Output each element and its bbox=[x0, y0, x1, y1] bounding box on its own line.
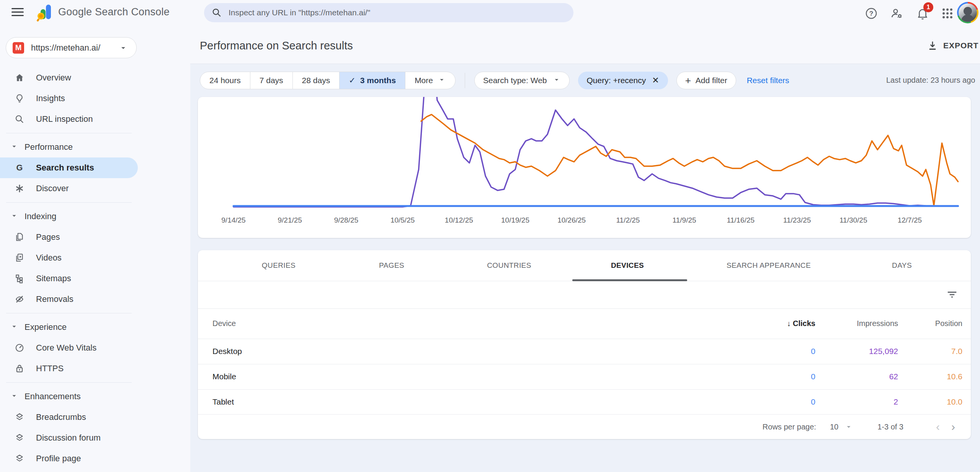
chevron-down-icon bbox=[10, 211, 18, 221]
filter-chip-label: Add filter bbox=[696, 76, 727, 85]
sidebar-item-label: Discussion forum bbox=[36, 433, 101, 443]
apps-grid-icon[interactable] bbox=[941, 7, 954, 20]
table-row[interactable]: Mobile06210.6 bbox=[198, 364, 971, 390]
sidebar-item-sitemaps[interactable]: Sitemaps bbox=[0, 268, 138, 289]
export-button[interactable]: EXPORT bbox=[927, 40, 978, 51]
sidebar-section-indexing[interactable]: Indexing bbox=[0, 206, 138, 227]
sidebar-item-label: Videos bbox=[36, 253, 62, 263]
layers-icon bbox=[15, 412, 24, 422]
sidebar-item-label: URL inspection bbox=[36, 114, 93, 124]
sidebar-divider bbox=[6, 133, 132, 133]
svg-text:?: ? bbox=[869, 10, 873, 17]
pages-icon bbox=[15, 232, 24, 242]
filter-chip-search-type[interactable]: Search type: Web bbox=[474, 72, 570, 89]
next-page-button[interactable]: › bbox=[946, 420, 961, 433]
date-range-label: 7 days bbox=[260, 76, 283, 85]
avatar[interactable] bbox=[957, 2, 978, 23]
chevron-down-icon bbox=[119, 43, 128, 52]
sidebar-item-breadcrumbs[interactable]: Breadcrumbs bbox=[0, 407, 138, 428]
x-axis-tick-label: 10/5/25 bbox=[390, 216, 415, 224]
check-icon: ✓ bbox=[349, 76, 356, 85]
clicks-cell[interactable]: 0 bbox=[731, 397, 815, 406]
layers-icon bbox=[15, 433, 24, 443]
sidebar-item-label: Overview bbox=[36, 73, 71, 83]
position-cell[interactable]: 7.0 bbox=[878, 347, 962, 356]
manage-users-icon[interactable] bbox=[890, 7, 903, 20]
filter-chip-query[interactable]: Query: +recency✕ bbox=[578, 72, 668, 89]
sidebar-item-discover[interactable]: Discover bbox=[0, 178, 138, 199]
date-range-7-days[interactable]: 7 days bbox=[250, 72, 293, 89]
home-icon bbox=[15, 73, 24, 83]
search-icon bbox=[212, 8, 222, 18]
date-range-28-days[interactable]: 28 days bbox=[293, 72, 340, 89]
sidebar-item-label: Core Web Vitals bbox=[36, 343, 96, 353]
date-range-3-months[interactable]: ✓3 months bbox=[340, 72, 405, 89]
chevron-down-icon bbox=[10, 392, 18, 402]
chevron-down-icon bbox=[10, 142, 18, 152]
menu-icon[interactable] bbox=[11, 8, 24, 17]
url-inspect-search-input[interactable]: Inspect any URL in "https://metehan.ai/" bbox=[204, 3, 573, 22]
sidebar-item-profile-page[interactable]: Profile page bbox=[0, 448, 138, 469]
tab-devices[interactable]: DEVICES bbox=[611, 250, 644, 281]
filter-list-icon[interactable] bbox=[946, 289, 958, 302]
sidebar-section-performance[interactable]: Performance bbox=[0, 137, 138, 157]
tab-queries[interactable]: QUERIES bbox=[262, 250, 296, 281]
search-console-logo-icon bbox=[37, 4, 54, 23]
close-icon[interactable]: ✕ bbox=[652, 75, 659, 85]
previous-page-button[interactable]: ‹ bbox=[930, 420, 946, 433]
sidebar-item-pages[interactable]: Pages bbox=[0, 227, 138, 247]
sidebar-item-label: Profile page bbox=[36, 454, 81, 464]
clicks-cell[interactable]: 0 bbox=[731, 347, 815, 356]
column-header-position[interactable]: Position bbox=[878, 319, 962, 328]
x-axis-tick-label: 10/12/25 bbox=[445, 216, 473, 224]
filter-divider bbox=[465, 73, 465, 88]
x-axis-tick-label: 11/23/25 bbox=[783, 216, 811, 224]
table-row[interactable]: Tablet0210.0 bbox=[198, 389, 971, 415]
export-label: EXPORT bbox=[943, 41, 978, 50]
position-cell[interactable]: 10.6 bbox=[878, 372, 962, 381]
sidebar-section-enhancements[interactable]: Enhancements bbox=[0, 386, 138, 407]
sidebar-item-core-web-vitals[interactable]: Core Web Vitals bbox=[0, 338, 138, 358]
pagination-bar: Rows per page: 10 1-3 of 3 ‹ › bbox=[198, 414, 971, 439]
sidebar-item-overview[interactable]: Overview bbox=[0, 67, 138, 88]
filter-chip-label: Query: +recency bbox=[587, 76, 646, 85]
page-title: Performance on Search results bbox=[200, 39, 353, 52]
sidebar-item-https[interactable]: HTTPS bbox=[0, 358, 138, 379]
clicks-cell[interactable]: 0 bbox=[731, 372, 815, 381]
sidebar-section-label: Enhancements bbox=[24, 392, 81, 402]
sidebar-item-discussion-forum[interactable]: Discussion forum bbox=[0, 428, 138, 448]
help-icon[interactable]: ? bbox=[865, 7, 878, 20]
add-filter-button[interactable]: +Add filter bbox=[676, 72, 736, 89]
table-toolbar bbox=[198, 281, 971, 309]
sidebar-section-experience[interactable]: Experience bbox=[0, 317, 138, 338]
rows-per-page-select[interactable]: 10 bbox=[830, 423, 853, 431]
sidebar-item-url-inspection[interactable]: URL inspection bbox=[0, 109, 138, 129]
gauge-icon bbox=[15, 343, 24, 353]
position-cell[interactable]: 10.0 bbox=[878, 397, 962, 406]
x-axis-tick-label: 12/7/25 bbox=[898, 216, 922, 224]
table-row[interactable]: Desktop0125,0927.0 bbox=[198, 339, 971, 364]
tab-days[interactable]: DAYS bbox=[892, 250, 912, 281]
date-range-24-hours[interactable]: 24 hours bbox=[200, 72, 250, 89]
dimensions-table-card: QUERIESPAGESCOUNTRIESDEVICESSEARCH APPEA… bbox=[198, 250, 971, 439]
tab-search-appearance[interactable]: SEARCH APPEARANCE bbox=[727, 250, 811, 281]
performance-line-chart[interactable]: 9/14/259/21/259/28/2510/5/2510/12/2510/1… bbox=[198, 97, 971, 238]
sidebar-item-removals[interactable]: Removals bbox=[0, 289, 138, 310]
property-selector[interactable]: M https://metehan.ai/ bbox=[6, 37, 137, 58]
sidebar-item-label: Sitemaps bbox=[36, 274, 71, 284]
sidebar-item-insights[interactable]: Insights bbox=[0, 88, 138, 109]
x-axis-tick-label: 11/9/25 bbox=[673, 216, 696, 224]
sidebar-item-search-results[interactable]: GSearch results bbox=[0, 157, 138, 178]
tab-pages[interactable]: PAGES bbox=[379, 250, 404, 281]
top-bar: Google Search Console Inspect any URL in… bbox=[0, 0, 980, 25]
sidebar-item-label: Insights bbox=[36, 93, 65, 103]
last-update: Last update: 23 hours ago bbox=[886, 76, 975, 85]
sidebar-item-videos[interactable]: Videos bbox=[0, 247, 138, 268]
reset-filters-link[interactable]: Reset filters bbox=[747, 76, 789, 85]
column-header-device[interactable]: Device bbox=[212, 319, 236, 328]
column-header-clicks[interactable]: ↓ Clicks bbox=[731, 319, 815, 328]
x-axis-tick-label: 9/14/25 bbox=[221, 216, 245, 224]
tab-countries[interactable]: COUNTRIES bbox=[487, 250, 531, 281]
date-range-more[interactable]: More bbox=[405, 72, 455, 89]
series-line-position bbox=[421, 115, 958, 206]
